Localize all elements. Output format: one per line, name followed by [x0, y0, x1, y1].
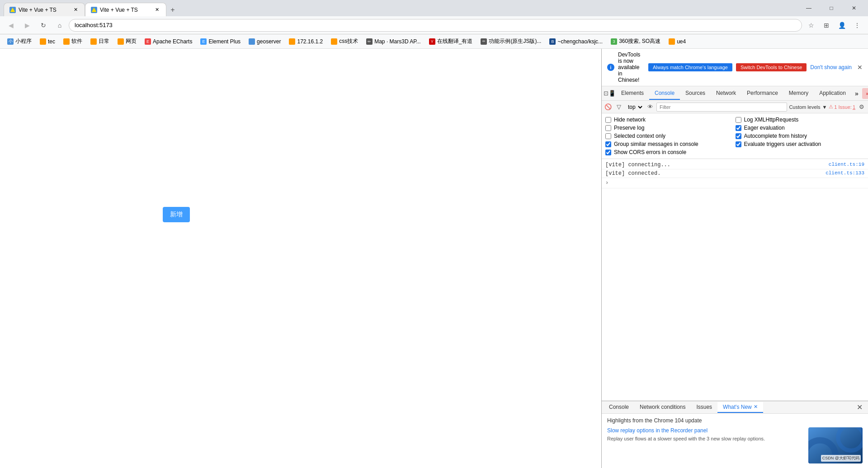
bookmark-label-12: 功能示例(原生JS版)... [489, 37, 541, 45]
bookmark-label-11: 在线翻译_有道 [437, 37, 473, 45]
console-output: [vite] connecting... client.ts:19 [vite]… [602, 159, 868, 401]
tab-console[interactable]: Console [649, 87, 680, 100]
inspect-element-icon[interactable]: ⊡ [604, 89, 609, 98]
bookmark-favicon-14: 3 [611, 38, 617, 45]
tab-performance[interactable]: Performance [741, 87, 783, 100]
reload-button[interactable]: ↻ [36, 18, 51, 33]
always-match-language-button[interactable]: Always match Chrome's language [648, 63, 732, 71]
evaluate-triggers-checkbox[interactable]: Evaluate triggers user activation [736, 140, 865, 148]
whats-new-tab-close-icon[interactable]: ✕ [754, 404, 758, 410]
context-selector[interactable]: top [625, 103, 644, 111]
device-mode-icon[interactable]: 📱 [609, 89, 616, 98]
tab-close-2[interactable]: ✕ [153, 6, 160, 14]
back-button[interactable]: ◀ [4, 18, 18, 33]
log-xmlhttp-checkbox[interactable]: Log XMLHttpRequests [736, 116, 865, 123]
bookmark-star-icon[interactable]: ☆ [804, 18, 818, 33]
card-description: Replay user flows at a slower speed with… [607, 436, 765, 441]
bottom-tab-issues[interactable]: Issues [691, 402, 717, 413]
bookmark-software[interactable]: 软件 [60, 37, 86, 46]
issues-counter[interactable]: ⚠ 1 Issue: 1 [829, 104, 855, 110]
tab-strip: Vite + Vue + TS ✕ Vite + Vue + TS ✕ + [4, 0, 798, 16]
minimize-button[interactable]: — [798, 1, 819, 15]
tab-sources[interactable]: Sources [680, 87, 711, 100]
console-settings-icon[interactable]: ⚙ [857, 103, 866, 112]
selected-context-checkbox[interactable]: Selected context only [605, 132, 735, 140]
tab-memory[interactable]: Memory [783, 87, 814, 100]
bottom-tab-console[interactable]: Console [604, 402, 634, 413]
bookmark-favicon-7 [249, 38, 255, 45]
bookmark-ue4[interactable]: ue4 [665, 37, 689, 46]
autocomplete-history-checkbox[interactable]: Autocomplete from history [736, 132, 865, 140]
bookmark-geoserver[interactable]: geoserver [245, 37, 284, 46]
eye-icon[interactable]: 👁 [646, 103, 655, 112]
tab-elements[interactable]: Elements [616, 87, 649, 100]
home-button[interactable]: ⌂ [52, 18, 67, 33]
tab-favicon-2 [91, 7, 97, 13]
hide-network-checkbox[interactable]: Hide network [605, 116, 735, 123]
preserve-log-checkbox[interactable]: Preserve log [605, 124, 735, 131]
bookmark-tec[interactable]: tec [36, 37, 59, 46]
bookmark-jsexample[interactable]: ✏ 功能示例(原生JS版)... [477, 37, 545, 46]
infobar-close-icon[interactable]: ✕ [857, 64, 863, 71]
console-line-arrow[interactable]: › [602, 178, 868, 188]
new-tab-button[interactable]: + [166, 4, 179, 16]
tab-application[interactable]: Application [814, 87, 851, 100]
bookmark-xiaochengxu[interactable]: 小 小程序 [4, 37, 35, 46]
add-button[interactable]: 新增 [163, 207, 190, 222]
bookmark-label-2: 软件 [71, 37, 82, 45]
bottom-drawer-close-icon[interactable]: ✕ [853, 403, 866, 412]
extensions-icon[interactable]: ⊞ [819, 18, 834, 33]
bookmark-webpage[interactable]: 网页 [114, 37, 140, 46]
console-text-1: [vite] connecting... [605, 162, 829, 168]
content-area: 新增 i DevTools is now available in Chines… [0, 49, 868, 468]
switch-devtools-chinese-button[interactable]: Switch DevTools to Chinese [736, 63, 807, 71]
console-filter-icon[interactable]: ▽ [614, 103, 623, 112]
settings-icon[interactable]: ⋮ [850, 18, 864, 33]
bookmark-label-3: 日常 [99, 37, 109, 45]
bookmark-favicon-8 [289, 38, 295, 45]
console-source-2[interactable]: client.ts:133 [826, 170, 864, 176]
card-link[interactable]: Slow replay options in the Recorder pane… [607, 427, 803, 434]
browser-tab-1[interactable]: Vite + Vue + TS ✕ [4, 3, 85, 16]
bottom-tab-whats-new[interactable]: What's New ✕ [717, 402, 763, 413]
devtools-info-icon: i [607, 64, 614, 71]
close-button[interactable]: ✕ [844, 1, 864, 15]
bookmark-label-0: 小程序 [15, 37, 32, 45]
bookmark-youdao[interactable]: Y 在线翻译_有道 [425, 37, 476, 46]
console-source-1[interactable]: client.ts:19 [829, 162, 864, 167]
bookmark-mars3d[interactable]: ✏ Map · Mars3D AP... [363, 37, 425, 46]
bookmark-element-plus[interactable]: E Element Plus [197, 37, 244, 46]
eager-evaluation-checkbox[interactable]: Eager evaluation [736, 124, 865, 131]
custom-levels-selector[interactable]: Custom levels ▼ [789, 104, 827, 110]
group-similar-checkbox[interactable]: Group similar messages in console [605, 140, 735, 148]
bookmark-label-14: 360搜索, SO高速 [619, 37, 660, 45]
forward-button[interactable]: ▶ [20, 18, 34, 33]
dont-show-again-link[interactable]: Don't show again [810, 64, 852, 70]
maximize-button[interactable]: □ [821, 1, 842, 15]
address-bar[interactable] [69, 19, 802, 32]
more-tabs-button[interactable]: » [851, 87, 862, 100]
custom-levels-label: Custom levels [789, 104, 820, 110]
console-filter-input[interactable] [656, 103, 787, 112]
devtools-panel: i DevTools is now available in Chinese! … [601, 49, 868, 468]
show-cors-checkbox[interactable]: Show CORS errors in console [605, 149, 735, 156]
bookmark-ip[interactable]: 172.16.1.2 [285, 37, 326, 46]
profile-icon[interactable]: 👤 [835, 18, 849, 33]
bookmark-daily[interactable]: 日常 [87, 37, 113, 46]
svg-marker-0 [10, 7, 15, 12]
bookmark-chengchao[interactable]: B ~chengchao/ksjc... [546, 37, 606, 46]
bookmark-echarts[interactable]: E Apache ECharts [141, 37, 196, 46]
tab-network[interactable]: Network [711, 87, 741, 100]
bottom-tab-network-conditions[interactable]: Network conditions [634, 402, 691, 413]
bookmark-label-1: tec [48, 38, 55, 45]
bookmark-360[interactable]: 3 360搜索, SO高速 [607, 37, 664, 46]
devtools-tab-icons: » ⚙ ⋮ ✕ [862, 88, 868, 99]
browser-tab-2[interactable]: Vite + Vue + TS ✕ [85, 3, 166, 16]
title-bar: Vite + Vue + TS ✕ Vite + Vue + TS ✕ + — … [0, 0, 868, 16]
tab-close-1[interactable]: ✕ [72, 6, 79, 14]
bookmark-favicon-5: E [145, 38, 151, 45]
issues-badge[interactable]: » [862, 88, 868, 99]
clear-console-icon[interactable]: 🚫 [604, 103, 613, 112]
bookmark-css[interactable]: css技术 [327, 37, 362, 46]
bookmark-label-4: 网页 [126, 37, 137, 45]
